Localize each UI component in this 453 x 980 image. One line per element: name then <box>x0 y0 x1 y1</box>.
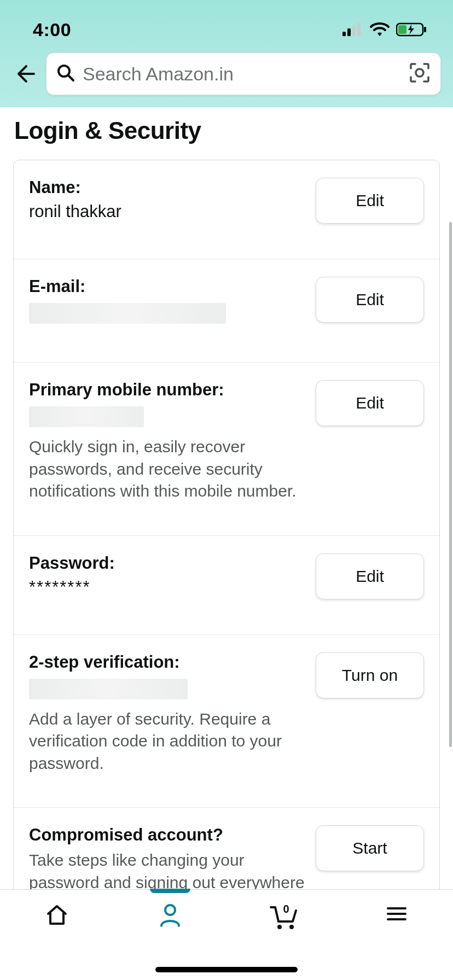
desc-compromised: Take steps like changing your password a… <box>29 849 305 894</box>
edit-password-button[interactable]: Edit <box>316 553 424 599</box>
status-icons <box>342 22 428 37</box>
search-box[interactable]: Search Amazon.in <box>46 52 441 95</box>
svg-rect-0 <box>342 32 346 36</box>
svg-line-8 <box>68 75 73 80</box>
row-password: Password: ******** Edit <box>14 535 439 634</box>
svg-rect-6 <box>398 25 406 34</box>
svg-point-9 <box>416 69 423 77</box>
settings-card: Name: ronil thakkar Edit E-mail: Edit Pr… <box>13 160 440 916</box>
value-twostep-redacted <box>29 679 188 699</box>
nav-home[interactable] <box>0 902 113 928</box>
nav-menu[interactable] <box>340 902 453 926</box>
svg-rect-1 <box>347 28 351 36</box>
wifi-icon <box>370 22 390 37</box>
row-mobile: Primary mobile number: Quickly sign in, … <box>14 362 439 535</box>
label-compromised: Compromised account? <box>29 825 305 845</box>
svg-point-10 <box>165 905 175 915</box>
menu-icon <box>385 902 409 926</box>
value-password: ******** <box>29 578 305 597</box>
svg-point-11 <box>277 925 282 929</box>
label-twostep: 2-step verification: <box>29 652 305 672</box>
label-password: Password: <box>29 553 305 573</box>
back-button[interactable] <box>12 61 38 87</box>
row-twostep: 2-step verification: Add a layer of secu… <box>14 634 439 808</box>
edit-mobile-button[interactable]: Edit <box>316 380 424 426</box>
turn-on-twostep-button[interactable]: Turn on <box>316 652 424 698</box>
value-email-redacted <box>29 303 226 324</box>
start-compromised-button[interactable]: Start <box>316 825 424 871</box>
svg-rect-3 <box>357 23 361 36</box>
cart-icon: 0 <box>268 902 299 930</box>
desc-mobile: Quickly sign in, easily recover password… <box>29 436 305 503</box>
home-icon <box>44 902 70 928</box>
nav-cart[interactable]: 0 <box>226 902 340 930</box>
svg-point-12 <box>289 925 294 929</box>
label-name: Name: <box>29 178 305 197</box>
edit-email-button[interactable]: Edit <box>316 277 424 323</box>
value-name: ronil thakkar <box>29 202 305 221</box>
bottom-nav: 0 <box>0 889 453 980</box>
active-tab-indicator <box>150 889 190 893</box>
scan-icon[interactable] <box>409 62 431 86</box>
status-time: 4:00 <box>33 19 71 40</box>
account-icon <box>157 902 183 928</box>
svg-rect-2 <box>352 26 356 36</box>
search-icon <box>56 63 75 84</box>
desc-twostep: Add a layer of security. Require a verif… <box>29 708 305 775</box>
cart-count: 0 <box>283 903 289 915</box>
row-email: E-mail: Edit <box>14 259 439 362</box>
nav-account[interactable] <box>113 902 226 928</box>
svg-rect-5 <box>424 27 426 32</box>
battery-charging-icon <box>396 22 428 37</box>
scroll-indicator <box>449 222 452 747</box>
row-name: Name: ronil thakkar Edit <box>14 160 439 259</box>
cellular-icon <box>342 23 363 36</box>
label-email: E-mail: <box>29 277 305 296</box>
edit-name-button[interactable]: Edit <box>316 178 424 224</box>
arrow-left-icon <box>14 63 36 85</box>
home-indicator <box>155 967 298 972</box>
status-bar: 4:00 <box>0 13 453 46</box>
page-title: Login & Security <box>0 107 453 160</box>
search-placeholder: Search Amazon.in <box>83 63 409 85</box>
value-mobile-redacted <box>29 406 144 427</box>
label-mobile: Primary mobile number: <box>29 380 305 400</box>
